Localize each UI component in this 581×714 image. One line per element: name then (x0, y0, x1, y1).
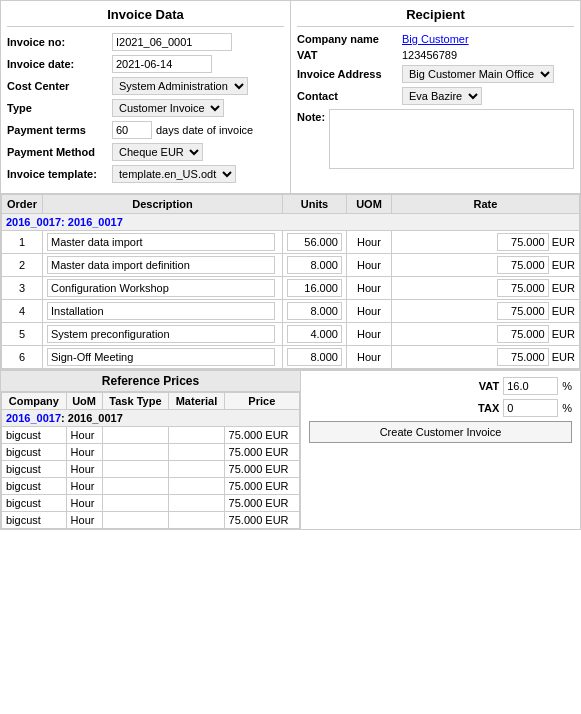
ref-price: 75.000 EUR (224, 478, 299, 495)
cost-center-label: Cost Center (7, 80, 112, 92)
col-units: Units (282, 195, 346, 214)
row-desc (42, 277, 282, 300)
invoice-no-value (112, 33, 284, 51)
table-row: 3 Hour EUR (2, 277, 580, 300)
recipient-panel: Recipient Company name Big Customer VAT … (291, 1, 580, 193)
payment-terms-value: days date of invoice (112, 121, 284, 139)
rate-input[interactable] (497, 325, 549, 343)
payment-method-select[interactable]: Cheque EUR (112, 143, 203, 161)
cost-center-select[interactable]: System Administration (112, 77, 248, 95)
ref-uom: Hour (66, 512, 102, 529)
row-uom: Hour (346, 254, 391, 277)
ref-group-link[interactable]: 2016_0017 (6, 412, 61, 424)
row-rate: EUR (391, 231, 579, 254)
payment-terms-row: Payment terms days date of invoice (7, 121, 284, 139)
row-desc (42, 231, 282, 254)
invoice-template-row: Invoice template: template.en_US.odt (7, 165, 284, 183)
note-label: Note: (297, 109, 325, 169)
ref-company: bigcust (2, 495, 67, 512)
desc-input[interactable] (47, 348, 275, 366)
table-row: 4 Hour EUR (2, 300, 580, 323)
desc-input[interactable] (47, 279, 275, 297)
invoice-address-label: Invoice Address (297, 68, 402, 80)
type-label: Type (7, 102, 112, 114)
ref-table-row: bigcust Hour 75.000 EUR (2, 512, 300, 529)
units-input[interactable] (287, 302, 342, 320)
order-group-row: 2016_0017: 2016_0017 (2, 214, 580, 231)
row-desc (42, 346, 282, 369)
contact-row: Contact Eva Bazire (297, 87, 574, 105)
ref-company: bigcust (2, 478, 67, 495)
company-name-label: Company name (297, 33, 402, 45)
desc-input[interactable] (47, 302, 275, 320)
row-uom: Hour (346, 300, 391, 323)
rate-input[interactable] (497, 233, 549, 251)
ref-material (169, 478, 224, 495)
note-textarea[interactable] (329, 109, 574, 169)
units-input[interactable] (287, 256, 342, 274)
units-input[interactable] (287, 325, 342, 343)
invoice-no-row: Invoice no: (7, 33, 284, 51)
units-input[interactable] (287, 348, 342, 366)
ref-price: 75.000 EUR (224, 444, 299, 461)
ref-tasktype (102, 427, 169, 444)
order-group-link[interactable]: 2016_0017 (6, 216, 61, 228)
payment-terms-input[interactable] (112, 121, 152, 139)
payment-method-value: Cheque EUR (112, 143, 284, 161)
table-row: 1 Hour EUR (2, 231, 580, 254)
tax-field-input[interactable] (503, 399, 558, 417)
days-label: days date of invoice (156, 124, 253, 136)
ref-price: 75.000 EUR (224, 512, 299, 529)
ref-uom: Hour (66, 495, 102, 512)
ref-price: 75.000 EUR (224, 461, 299, 478)
row-order: 5 (2, 323, 43, 346)
invoice-template-label: Invoice template: (7, 168, 112, 180)
cost-center-row: Cost Center System Administration (7, 77, 284, 95)
rate-input[interactable] (497, 348, 549, 366)
invoice-template-select[interactable]: template.en_US.odt (112, 165, 236, 183)
contact-select[interactable]: Eva Bazire (402, 87, 482, 105)
desc-input[interactable] (47, 256, 275, 274)
units-input[interactable] (287, 279, 342, 297)
units-input[interactable] (287, 233, 342, 251)
tax-field-row: TAX % (309, 399, 572, 417)
type-select[interactable]: Customer Invoice (112, 99, 224, 117)
tax-percent: % (562, 402, 572, 414)
row-desc (42, 323, 282, 346)
row-uom: Hour (346, 277, 391, 300)
ref-uom: Hour (66, 461, 102, 478)
reference-prices-panel: Reference Prices Company UoM Task Type M… (1, 371, 301, 529)
desc-input[interactable] (47, 233, 275, 251)
bottom-section: Reference Prices Company UoM Task Type M… (1, 370, 580, 529)
desc-input[interactable] (47, 325, 275, 343)
row-desc (42, 300, 282, 323)
rate-input[interactable] (497, 256, 549, 274)
payment-method-row: Payment Method Cheque EUR (7, 143, 284, 161)
invoice-no-label: Invoice no: (7, 36, 112, 48)
ref-material (169, 512, 224, 529)
payment-method-label: Payment Method (7, 146, 112, 158)
row-units (282, 323, 346, 346)
row-units (282, 254, 346, 277)
invoice-date-input[interactable] (112, 55, 212, 73)
ref-uom: Hour (66, 427, 102, 444)
invoice-date-row: Invoice date: (7, 55, 284, 73)
vat-tax-section: VAT % TAX % Create Customer Invoice (301, 371, 580, 529)
col-order: Order (2, 195, 43, 214)
ref-group-row: 2016_0017: 2016_0017 (2, 410, 300, 427)
vat-field-input[interactable] (503, 377, 558, 395)
ref-table-row: bigcust Hour 75.000 EUR (2, 495, 300, 512)
rate-input[interactable] (497, 302, 549, 320)
invoice-no-input[interactable] (112, 33, 232, 51)
col-description: Description (42, 195, 282, 214)
company-name-link[interactable]: Big Customer (402, 33, 469, 45)
row-rate: EUR (391, 346, 579, 369)
invoice-address-select[interactable]: Big Customer Main Office (402, 65, 554, 83)
invoice-address-row: Invoice Address Big Customer Main Office (297, 65, 574, 83)
row-units (282, 231, 346, 254)
ref-col-uom: UoM (66, 393, 102, 410)
vat-field-row: VAT % (309, 377, 572, 395)
company-name-row: Company name Big Customer (297, 33, 574, 45)
rate-input[interactable] (497, 279, 549, 297)
create-invoice-button[interactable]: Create Customer Invoice (309, 421, 572, 443)
